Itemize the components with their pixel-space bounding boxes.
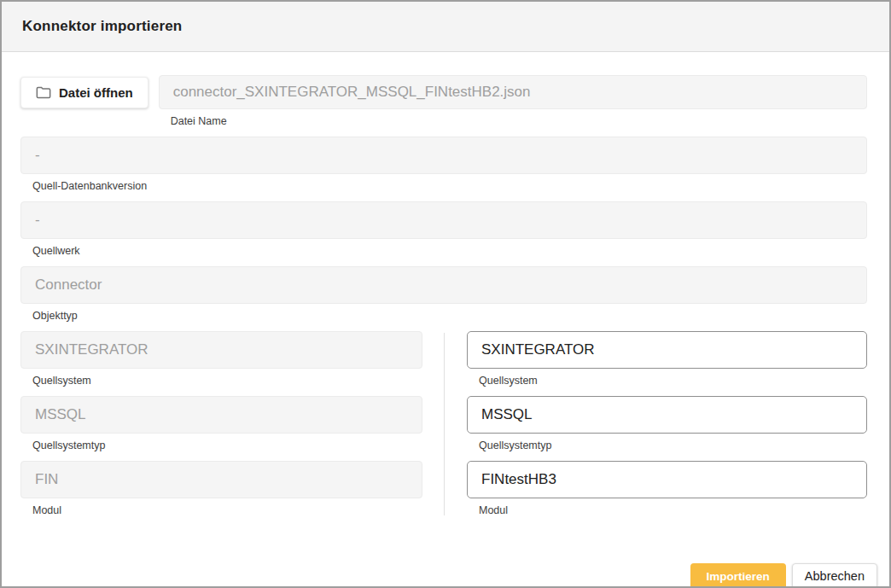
dialog-title: Konnektor importieren bbox=[22, 18, 182, 35]
file-row: Datei öffnen connector_SXINTEGRATOR_MSSQ… bbox=[20, 75, 867, 127]
quellwerk-label: Quellwerk bbox=[32, 245, 867, 257]
source-column: SXINTEGRATOR Quellsystem MSSQL Quellsyst… bbox=[20, 331, 422, 526]
source-modul-field: FIN bbox=[20, 461, 422, 498]
source-modul-label: Modul bbox=[32, 504, 422, 516]
source-quellsystemtyp-field: MSSQL bbox=[20, 396, 422, 434]
dialog-footer: Importieren Abbrechen bbox=[20, 563, 877, 588]
import-connector-dialog: Konnektor importieren Datei öffnen conne… bbox=[0, 0, 891, 588]
source-quellsystem-label: Quellsystem bbox=[32, 375, 422, 387]
target-modul-input[interactable] bbox=[467, 461, 867, 498]
source-modul-group: FIN Modul bbox=[20, 461, 422, 516]
file-name-label: Datei Name bbox=[171, 115, 867, 127]
source-quellsystemtyp-label: Quellsystemtyp bbox=[32, 440, 422, 451]
source-quellsystemtyp-group: MSSQL Quellsystemtyp bbox=[20, 396, 422, 451]
target-quellsystemtyp-label: Quellsystemtyp bbox=[479, 440, 867, 451]
mapping-section: SXINTEGRATOR Quellsystem MSSQL Quellsyst… bbox=[20, 331, 867, 526]
quellwerk-field: - bbox=[20, 201, 867, 239]
target-quellsystemtyp-input[interactable] bbox=[467, 396, 867, 434]
target-modul-group: Modul bbox=[467, 461, 867, 516]
quellwerk-group: - Quellwerk bbox=[20, 201, 867, 257]
folder-icon bbox=[36, 86, 51, 99]
target-quellsystem-input[interactable] bbox=[467, 331, 867, 369]
target-quellsystem-group: Quellsystem bbox=[467, 331, 867, 387]
objekttyp-field: Connector bbox=[20, 266, 867, 304]
target-quellsystem-label: Quellsystem bbox=[479, 375, 867, 387]
cancel-button[interactable]: Abbrechen bbox=[792, 563, 877, 588]
import-button[interactable]: Importieren bbox=[690, 563, 786, 588]
open-file-button[interactable]: Datei öffnen bbox=[20, 77, 148, 108]
target-modul-label: Modul bbox=[479, 504, 867, 516]
quell-datenbankversion-label: Quell-Datenbankversion bbox=[32, 180, 867, 192]
open-file-button-label: Datei öffnen bbox=[59, 85, 133, 100]
quell-datenbankversion-group: - Quell-Datenbankversion bbox=[20, 137, 867, 192]
file-name-group: connector_SXINTEGRATOR_MSSQL_FINtestHB2.… bbox=[159, 75, 867, 127]
objekttyp-label: Objekttyp bbox=[32, 310, 867, 322]
dialog-header: Konnektor importieren bbox=[2, 2, 889, 52]
target-column: Quellsystem Quellsystemtyp Modul bbox=[467, 331, 867, 526]
source-quellsystem-field: SXINTEGRATOR bbox=[20, 331, 422, 369]
source-quellsystem-group: SXINTEGRATOR Quellsystem bbox=[20, 331, 422, 387]
objekttyp-group: Connector Objekttyp bbox=[20, 266, 867, 322]
dialog-content: Datei öffnen connector_SXINTEGRATOR_MSSQ… bbox=[2, 52, 889, 588]
target-quellsystemtyp-group: Quellsystemtyp bbox=[467, 396, 867, 451]
column-divider bbox=[444, 333, 445, 515]
quell-datenbankversion-field: - bbox=[20, 137, 867, 174]
file-name-field: connector_SXINTEGRATOR_MSSQL_FINtestHB2.… bbox=[159, 75, 867, 109]
